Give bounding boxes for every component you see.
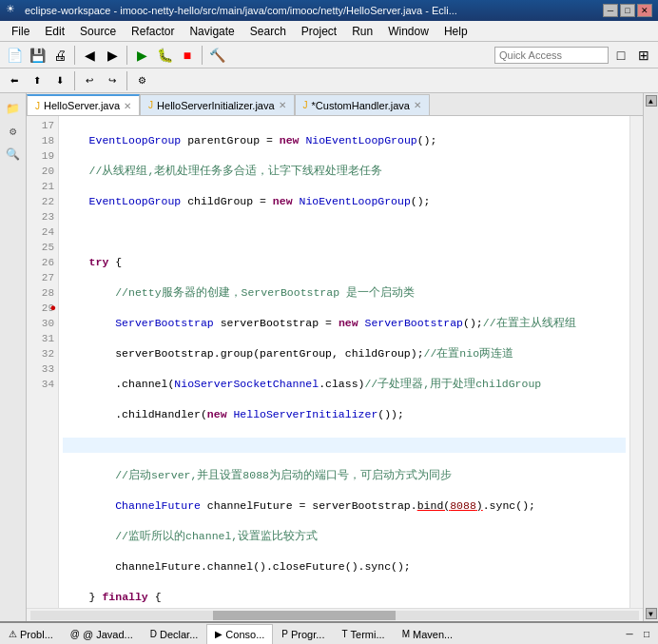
- ln-27: 27: [27, 270, 54, 285]
- bottom-tab-label-declaration: Declar...: [160, 629, 198, 640]
- bottom-maximize-btn[interactable]: □: [639, 627, 654, 642]
- tab-label-3: *CustomHandler.java: [312, 100, 410, 111]
- bottom-tab-problems[interactable]: ⚠ Probl...: [0, 624, 62, 645]
- ln-28: 28: [27, 285, 54, 301]
- ln-22: 22: [27, 194, 54, 209]
- sidebar-btn-2[interactable]: ⚙: [3, 121, 24, 142]
- bottom-tab-declaration[interactable]: D Declar...: [142, 624, 207, 645]
- h-scroll-thumb[interactable]: [213, 611, 396, 620]
- tb2-btn-3[interactable]: ⬇: [49, 70, 70, 91]
- tb2-btn-1[interactable]: ⬅: [4, 70, 25, 91]
- ln-26: 26: [27, 255, 54, 270]
- build-button[interactable]: 🔨: [206, 45, 227, 66]
- bottom-panel: ⚠ Probl... @ @ Javad... D Declar... ▶ Co…: [0, 621, 658, 644]
- code-line-30: //监听所以的channel,设置监比较方式: [63, 529, 626, 544]
- code-line-20: [63, 224, 626, 240]
- ln-29: 29: [27, 301, 54, 316]
- bottom-tab-terminal[interactable]: T Termi...: [333, 624, 393, 645]
- ln-23: 23: [27, 209, 54, 224]
- toolbar-main: 📄 💾 🖨 ◀ ▶ ▶ 🐛 ■ 🔨 □ ⊞: [0, 42, 658, 68]
- toolbar-sep-1: [74, 46, 75, 65]
- quick-access-input[interactable]: [494, 47, 609, 64]
- menu-run[interactable]: Run: [344, 23, 380, 40]
- rp-btn-1[interactable]: ▲: [646, 95, 657, 107]
- tb2-btn-6[interactable]: ⚙: [131, 70, 152, 91]
- tab-close-1[interactable]: ✕: [124, 101, 131, 111]
- tb2-btn-2[interactable]: ⬆: [27, 70, 48, 91]
- sidebar-btn-3[interactable]: 🔍: [3, 144, 24, 165]
- menu-help[interactable]: Help: [436, 23, 475, 40]
- menu-refactor[interactable]: Refactor: [124, 23, 182, 40]
- quick-access-area: [494, 47, 609, 64]
- bottom-tab-progress[interactable]: P Progr...: [273, 624, 333, 645]
- bottom-tab-javadoc[interactable]: @ @ Javad...: [62, 624, 142, 645]
- menu-project[interactable]: Project: [294, 23, 344, 40]
- menu-search[interactable]: Search: [242, 23, 294, 40]
- javadoc-icon: @: [70, 629, 80, 639]
- code-line-17: EventLoopGroup parentGroup = new NioEven…: [63, 133, 626, 148]
- qa-btn-1[interactable]: □: [610, 45, 631, 66]
- stop-button[interactable]: ■: [177, 45, 198, 66]
- bottom-tab-label-maven: Maven...: [413, 629, 453, 640]
- menu-window[interactable]: Window: [380, 23, 436, 40]
- tab-close-2[interactable]: ✕: [279, 100, 286, 110]
- code-content[interactable]: EventLoopGroup parentGroup = new NioEven…: [59, 116, 629, 608]
- tab-close-3[interactable]: ✕: [414, 100, 421, 110]
- maven-icon: M: [402, 629, 410, 639]
- menu-source[interactable]: Source: [72, 23, 124, 40]
- ln-34: 34: [27, 377, 54, 392]
- h-scroll-track[interactable]: [30, 611, 639, 620]
- ln-20: 20: [27, 164, 54, 179]
- tab-helloserver[interactable]: J HelloServer.java ✕: [27, 94, 140, 115]
- bottom-tab-maven[interactable]: M Maven...: [394, 624, 462, 645]
- tab-icon-1: J: [35, 101, 40, 111]
- tb2-btn-5[interactable]: ↪: [102, 70, 123, 91]
- code-editor: 17 18 19 20 21 22 23 24 25 26 27 28 29 3…: [27, 116, 643, 608]
- left-sidebar: 📁 ⚙ 🔍: [0, 93, 27, 621]
- ln-24: 24: [27, 224, 54, 240]
- minimize-button[interactable]: ─: [603, 4, 618, 17]
- tab-bar: J HelloServer.java ✕ J HelloServerInitia…: [27, 93, 643, 116]
- close-button[interactable]: ✕: [637, 4, 652, 17]
- new-button[interactable]: 📄: [4, 45, 25, 66]
- right-panel: ▲ ▼: [643, 93, 658, 621]
- back-button[interactable]: ◀: [79, 45, 100, 66]
- ln-32: 32: [27, 346, 54, 361]
- tb2-sep-2: [126, 71, 127, 90]
- maximize-button[interactable]: □: [620, 4, 635, 17]
- tb2-btn-4[interactable]: ↩: [79, 70, 100, 91]
- forward-button[interactable]: ▶: [102, 45, 123, 66]
- bottom-tab-console[interactable]: ▶ Conso...: [206, 624, 273, 645]
- print-button[interactable]: 🖨: [49, 45, 70, 66]
- ln-19: 19: [27, 148, 54, 164]
- editor-scrollbar[interactable]: [629, 116, 643, 608]
- run-button[interactable]: ▶: [131, 45, 152, 66]
- menu-file[interactable]: File: [4, 23, 37, 40]
- code-line-19: EventLoopGroup childGroup = new NioEvent…: [63, 194, 626, 209]
- ln-18: 18: [27, 133, 54, 148]
- tab-customhandler[interactable]: J *CustomHandler.java ✕: [295, 94, 430, 115]
- ln-17: 17: [27, 118, 54, 133]
- sidebar-btn-1[interactable]: 📁: [3, 98, 24, 119]
- qa-btn-2[interactable]: ⊞: [633, 45, 654, 66]
- menu-edit[interactable]: Edit: [37, 23, 72, 40]
- menu-navigate[interactable]: Navigate: [182, 23, 242, 40]
- toolbar-sep-2: [126, 46, 127, 65]
- code-line-29: ChannelFuture channelFuture = serverBoot…: [63, 498, 626, 514]
- tab-helloserinitializer[interactable]: J HelloServerInitializer.java ✕: [140, 94, 295, 115]
- rp-btn-2[interactable]: ▼: [646, 608, 657, 619]
- debug-button[interactable]: 🐛: [154, 45, 175, 66]
- tab-label-2: HelloServerInitializer.java: [157, 100, 275, 111]
- code-line-21: try {: [63, 255, 626, 270]
- console-icon: ▶: [215, 629, 223, 639]
- toolbar-secondary: ⬅ ⬆ ⬇ ↩ ↪ ⚙: [0, 68, 658, 93]
- save-button[interactable]: 💾: [27, 45, 48, 66]
- tab-icon-2: J: [148, 100, 153, 110]
- bottom-minimize-btn[interactable]: ─: [622, 627, 637, 642]
- bottom-tab-label-terminal: Termi...: [351, 629, 385, 640]
- declaration-icon: D: [150, 629, 157, 639]
- title-text: eclipse-workspace - imooc-netty-hello/sr…: [25, 5, 603, 16]
- bottom-tab-bar: ⚠ Probl... @ @ Javad... D Declar... ▶ Co…: [0, 623, 658, 644]
- ln-33: 33: [27, 361, 54, 377]
- editor-area: J HelloServer.java ✕ J HelloServerInitia…: [27, 93, 643, 621]
